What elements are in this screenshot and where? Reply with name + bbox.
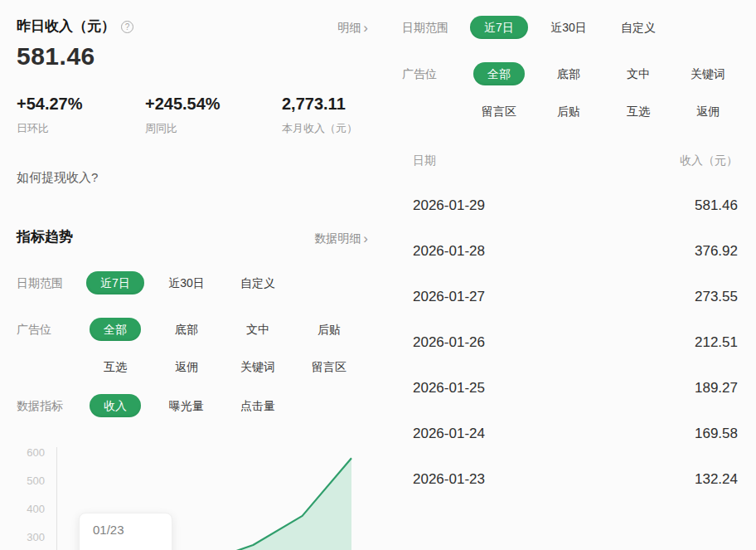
left-ad-slot-options: 全部底部文中后贴互选返佣关键词留言区	[80, 317, 371, 379]
right-ad-slot-option-6[interactable]: 后贴	[557, 100, 580, 123]
income-cell: 581.46	[695, 197, 738, 214]
right-ad-slot-option-7[interactable]: 互选	[627, 100, 650, 123]
right-ad-slot-option-1[interactable]: 全部	[473, 62, 525, 85]
trend-detail-link[interactable]: 数据明细›	[314, 230, 368, 247]
option-slot: 点击量	[222, 393, 293, 418]
income-table-body: 2026-01-29581.462026-01-28376.922026-01-…	[413, 183, 738, 502]
date-cell: 2026-01-25	[413, 380, 485, 397]
income-cell: 376.92	[695, 243, 738, 260]
left-ad-slot-option-5[interactable]: 互选	[104, 355, 127, 378]
stat-week-over-week: +245.54% 周同比	[145, 93, 220, 136]
right-date-range-option-3[interactable]: 自定义	[621, 16, 656, 39]
left-metric-options: 收入曝光量点击量	[80, 393, 371, 418]
yesterday-income-amount: 581.46	[17, 42, 95, 71]
option-slot: 曝光量	[151, 393, 222, 418]
stat-label: 日环比	[17, 121, 83, 136]
option-slot: 自定义	[222, 270, 293, 295]
income-cell: 273.55	[695, 289, 738, 305]
option-slot: 收入	[80, 393, 151, 418]
option-slot: 近30日	[151, 270, 222, 295]
right-ad-slot-option-5[interactable]: 留言区	[482, 100, 516, 123]
left-ad-slot-option-2[interactable]: 底部	[175, 318, 198, 341]
chevron-right-icon: ›	[363, 231, 368, 246]
right-date-range-label: 日期范围	[402, 15, 448, 40]
option-slot: 底部	[534, 61, 603, 86]
left-date-range-option-1[interactable]: 近7日	[86, 271, 144, 294]
stat-label: 周同比	[145, 121, 220, 136]
left-ad-slot-label: 广告位	[17, 317, 51, 342]
option-slot: 文中	[603, 61, 673, 86]
option-slot: 后贴	[534, 99, 603, 124]
trend-line-chart-svg[interactable]	[0, 440, 381, 550]
trend-title-row: 指标趋势 数据明细›	[17, 229, 368, 246]
table-row: 2026-01-26212.51	[413, 319, 738, 365]
income-detail-panel: 日期范围近7日近30日自定义 广告位全部底部文中关键词留言区后贴互选返佣 日期 …	[381, 0, 756, 550]
date-cell: 2026-01-23	[413, 471, 485, 488]
column-date: 日期	[413, 153, 436, 168]
right-ad-slot-options: 全部底部文中关键词留言区后贴互选返佣	[464, 61, 746, 124]
right-ad-slot-option-2[interactable]: 底部	[557, 62, 580, 85]
table-row: 2026-01-27273.55	[413, 274, 738, 319]
option-slot: 文中	[222, 317, 293, 342]
income-detail-label: 明细	[337, 21, 361, 34]
left-date-range-option-3[interactable]: 自定义	[240, 271, 275, 294]
chevron-right-icon: ›	[363, 20, 368, 36]
left-ad-slot-option-6[interactable]: 返佣	[175, 355, 198, 378]
left-metric-option-2[interactable]: 曝光量	[169, 394, 204, 417]
date-cell: 2026-01-29	[413, 197, 485, 214]
option-slot: 返佣	[151, 354, 222, 379]
tooltip-date: 01/23	[93, 523, 172, 538]
right-date-range-options: 近7日近30日自定义	[464, 15, 746, 40]
help-question-icon[interactable]: ?	[121, 21, 133, 33]
right-date-range-option-2[interactable]: 近30日	[550, 16, 587, 39]
right-ad-slot-option-8[interactable]: 返佣	[696, 100, 720, 123]
trend-title: 指标趋势	[17, 229, 73, 246]
right-date-range-option-1[interactable]: 近7日	[470, 16, 528, 39]
option-slot: 自定义	[603, 15, 673, 40]
income-cell: 132.24	[695, 471, 738, 488]
option-slot: 返佣	[673, 99, 743, 124]
option-slot: 留言区	[464, 99, 534, 124]
right-ad-slot-label: 广告位	[402, 61, 437, 86]
left-ad-slot-option-8[interactable]: 留言区	[312, 355, 346, 378]
left-ad-slot-option-4[interactable]: 后贴	[317, 318, 341, 341]
right-ad-slot-option-4[interactable]: 关键词	[691, 62, 725, 85]
withdraw-help-link[interactable]: 如何提现收入?	[17, 170, 98, 185]
option-slot: 近30日	[534, 15, 603, 40]
income-panel: 昨日收入（元）? 明细› 581.46 +54.27% 日环比 +245.54%…	[0, 0, 381, 550]
left-metric-option-3[interactable]: 点击量	[240, 394, 275, 417]
left-ad-slot-option-7[interactable]: 关键词	[240, 355, 275, 378]
left-date-range-options: 近7日近30日自定义	[80, 270, 371, 295]
left-metric-label: 数据指标	[17, 393, 63, 418]
income-title: 昨日收入（元）	[17, 18, 115, 35]
income-title-row: 昨日收入（元）? 明细›	[17, 18, 368, 35]
stat-label: 本月收入（元）	[282, 121, 357, 136]
option-slot: 关键词	[673, 61, 743, 86]
trend-detail-label: 数据明细	[314, 231, 361, 245]
option-slot: 互选	[603, 99, 673, 124]
table-row: 2026-01-24169.58	[413, 411, 738, 456]
stat-value: 2,773.11	[282, 93, 357, 114]
table-row: 2026-01-25189.27	[413, 365, 738, 411]
trend-chart[interactable]: 600500400300	[0, 440, 381, 550]
date-cell: 2026-01-27	[413, 289, 485, 305]
option-slot: 留言区	[293, 354, 365, 379]
left-ad-slot-option-3[interactable]: 文中	[246, 318, 269, 341]
income-detail-link[interactable]: 明细›	[337, 19, 368, 37]
option-slot: 全部	[464, 61, 534, 86]
date-cell: 2026-01-26	[413, 334, 485, 351]
income-cell: 212.51	[695, 334, 738, 351]
stat-value: +54.27%	[17, 93, 83, 114]
table-header: 日期 收入（元）	[413, 153, 738, 168]
option-slot: 近7日	[80, 270, 151, 295]
right-ad-slot-option-3[interactable]: 文中	[627, 62, 650, 85]
option-slot: 互选	[80, 354, 151, 379]
option-slot: 全部	[80, 317, 151, 342]
left-metric-option-1[interactable]: 收入	[90, 394, 141, 417]
stat-value: +245.54%	[145, 93, 220, 114]
option-slot: 关键词	[222, 354, 293, 379]
left-ad-slot-option-1[interactable]: 全部	[90, 318, 141, 341]
table-row: 2026-01-28376.92	[413, 228, 738, 274]
table-row: 2026-01-29581.46	[413, 183, 738, 228]
left-date-range-option-2[interactable]: 近30日	[168, 271, 205, 294]
